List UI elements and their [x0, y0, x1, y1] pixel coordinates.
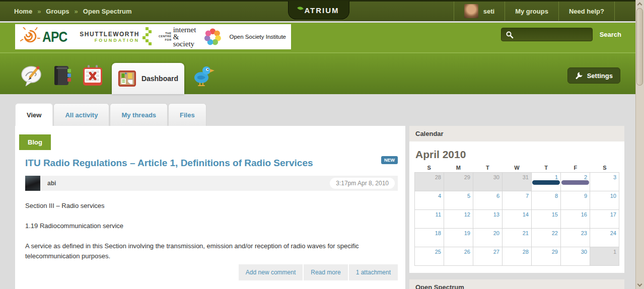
nav-tab-blog[interactable] — [20, 63, 44, 88]
nav-tab-twitter[interactable] — [191, 63, 216, 88]
calendar-day[interactable]: 3 — [590, 173, 619, 191]
calendar-day-number: 24 — [610, 230, 616, 236]
tab-view[interactable]: View — [15, 103, 53, 126]
calendar-day[interactable]: 27 — [473, 247, 502, 265]
scrollbar-thumb[interactable] — [636, 8, 643, 86]
calendar-day[interactable]: 29 — [532, 247, 560, 265]
calendar-day-number: 27 — [493, 249, 499, 255]
blog-section-label: Blog — [19, 134, 51, 150]
calendar-section-header: Calendar — [409, 126, 624, 141]
calendar-day[interactable]: 4 — [415, 191, 444, 209]
calendar-day-number: 26 — [464, 249, 470, 255]
calendar-day[interactable]: 2 — [561, 173, 590, 191]
calendar-day[interactable]: 1 — [590, 247, 619, 265]
search-submit[interactable]: Search — [600, 31, 621, 38]
calendar-day[interactable]: 8 — [532, 191, 560, 209]
calendar-day[interactable]: 7 — [503, 191, 531, 209]
calendar-month-title: April 2010 — [415, 149, 619, 161]
breadcrumb-link[interactable]: Open Spectrum — [83, 8, 132, 15]
calendar-day[interactable]: 14 — [503, 210, 531, 228]
calendar-day[interactable]: 23 — [561, 229, 590, 247]
post-body: Section III – Radio services1.19 Radioco… — [25, 201, 395, 261]
search-box[interactable] — [501, 28, 593, 41]
calendar-day[interactable]: 19 — [444, 229, 473, 247]
weekday-label: T — [473, 165, 502, 171]
sidebar: Calendar April 2010 SMTWTFS 282930311234… — [409, 126, 624, 289]
calendar-day[interactable]: 28 — [415, 173, 444, 191]
calendar-day-number: 8 — [555, 193, 558, 199]
calendar-day-number: 20 — [493, 230, 499, 236]
calendar-day[interactable]: 6 — [473, 191, 502, 209]
calendar-day-number: 1 — [555, 174, 558, 180]
calendar-day-number: 14 — [523, 211, 529, 218]
calendar-day[interactable]: 13 — [473, 210, 502, 228]
calendar-day[interactable]: 1 — [532, 173, 560, 191]
scroll-down-icon[interactable] — [637, 282, 642, 287]
post-links: Add new commentRead more1 attachment — [238, 264, 398, 280]
tab-all-activity[interactable]: All activity — [53, 103, 109, 126]
nav-tab-calendar[interactable] — [81, 63, 105, 88]
my-groups-link[interactable]: My groups — [505, 2, 558, 21]
calendar-day[interactable]: 28 — [503, 247, 531, 265]
settings-button[interactable]: Settings — [567, 67, 620, 84]
calendar-day-number: 23 — [581, 230, 587, 236]
calendar-day[interactable]: 22 — [532, 229, 560, 247]
calendar-day[interactable]: 29 — [444, 173, 473, 191]
breadcrumb-link[interactable]: Groups — [46, 8, 69, 15]
calendar-day-number: 28 — [435, 174, 441, 180]
calendar-day-number: 7 — [526, 193, 529, 199]
calendar-day[interactable]: 16 — [561, 210, 590, 228]
calendar-day[interactable]: 5 — [444, 191, 473, 209]
shuttleworth-text: SHUTTLEWORTH FOUNDATION — [80, 31, 139, 43]
breadcrumb: Home»Groups»Open Spectrum — [14, 2, 132, 21]
content-tabs: ViewAll activityMy threadsFiles — [15, 103, 207, 126]
calendar-day[interactable]: 9 — [561, 191, 590, 209]
calendar-day[interactable]: 30 — [473, 173, 502, 191]
calendar-day[interactable]: 10 — [590, 191, 619, 209]
calendar-day-number: 22 — [552, 230, 558, 236]
tab-files[interactable]: Files — [168, 103, 206, 126]
settings-label: Settings — [587, 72, 613, 80]
calendar-event-bar[interactable] — [561, 180, 589, 185]
atrium-brand-tab[interactable]: ATRIUM — [288, 1, 349, 20]
calendar-day[interactable]: 26 — [444, 247, 473, 265]
shuttleworth-line2: FOUNDATION — [95, 38, 139, 43]
post-link[interactable]: Read more — [304, 264, 347, 280]
main-panel: Blog ITU Radio Regulations – Article 1, … — [15, 126, 405, 289]
calendar-day[interactable]: 21 — [503, 229, 531, 247]
calendar-day[interactable]: 31 — [503, 173, 531, 191]
calendar-day[interactable]: 30 — [561, 247, 590, 265]
calendar-day-number: 29 — [552, 249, 558, 255]
calendar-weekdays: SMTWTFS — [414, 165, 619, 171]
calendar-day-number: 25 — [435, 249, 441, 255]
user-menu[interactable]: seti — [454, 2, 505, 21]
weekday-label: T — [532, 165, 561, 171]
dashboard-icon — [118, 69, 136, 88]
wrench-icon — [575, 71, 583, 80]
calendar-day[interactable]: 17 — [590, 210, 619, 228]
calendar-day[interactable]: 12 — [444, 210, 473, 228]
author-name[interactable]: abi — [47, 180, 56, 187]
author-avatar — [25, 176, 40, 191]
weekday-label: F — [561, 165, 590, 171]
calendar-day[interactable]: 18 — [415, 229, 444, 247]
calendar-day[interactable]: 15 — [532, 210, 560, 228]
calendar-day[interactable]: 20 — [473, 229, 502, 247]
post-link[interactable]: Add new comment — [239, 264, 303, 280]
search-input[interactable] — [517, 31, 587, 38]
nav-tab-dashboard[interactable]: Dashboard — [112, 63, 184, 94]
post-title[interactable]: ITU Radio Regulations – Article 1, Defin… — [25, 158, 375, 169]
scroll-up-icon[interactable] — [637, 3, 642, 8]
calendar-day[interactable]: 25 — [415, 247, 444, 265]
need-help-link[interactable]: Need help? — [558, 2, 614, 21]
calendar-day[interactable]: 11 — [415, 210, 444, 228]
post-link[interactable]: 1 attachment — [349, 264, 398, 280]
breadcrumb-link[interactable]: Home — [14, 8, 32, 15]
calendar-day-number: 10 — [610, 193, 616, 199]
nav-tab-notebook[interactable] — [50, 63, 75, 88]
calendar-day[interactable]: 24 — [590, 229, 619, 247]
cis-pre-text: THE CENTRE FOR — [159, 32, 172, 42]
page-scrollbar[interactable] — [635, 0, 644, 289]
calendar-event-bar[interactable] — [532, 180, 560, 185]
tab-my-threads[interactable]: My threads — [110, 103, 168, 126]
